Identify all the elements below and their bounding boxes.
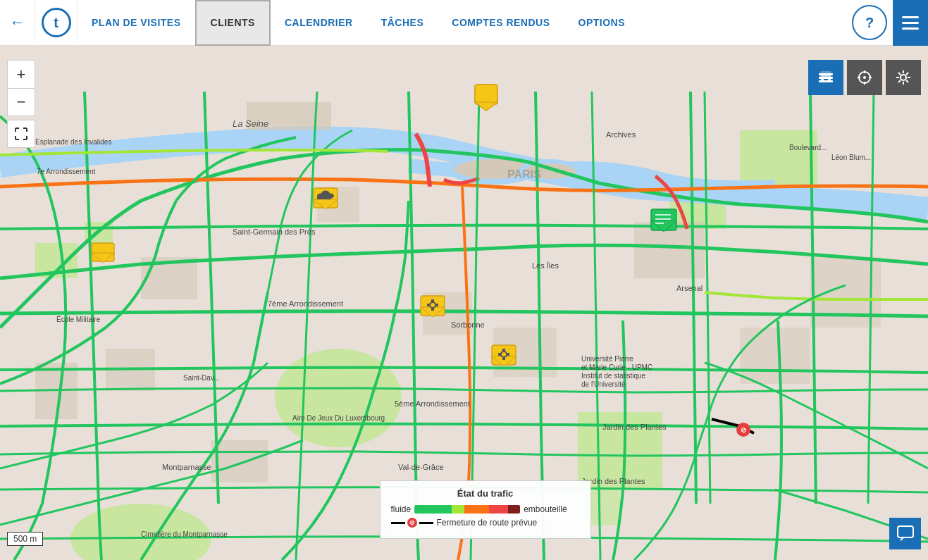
- hamburger-line-1: [902, 16, 919, 18]
- road-closure-indicator: ⊘: [391, 518, 433, 528]
- embouteille-label: embouteillé: [524, 504, 567, 514]
- svg-text:⊘: ⊘: [741, 426, 746, 434]
- svg-rect-83: [819, 80, 833, 82]
- dash-after: [419, 522, 433, 524]
- svg-text:Université Pierre: Université Pierre: [581, 355, 633, 363]
- nav-item-calendrier[interactable]: CALENDRIER: [271, 0, 367, 46]
- svg-text:Montparnasse: Montparnasse: [162, 463, 211, 471]
- traffic-legend: État du trafic fluide embouteillé ⊘ Ferm…: [380, 480, 591, 539]
- svg-point-93: [901, 75, 906, 80]
- help-button[interactable]: ?: [852, 5, 887, 40]
- hamburger-line-2: [902, 22, 919, 24]
- svg-rect-39: [431, 308, 434, 311]
- logo: t: [35, 0, 78, 46]
- svg-rect-16: [740, 328, 810, 384]
- header: ← t PLAN DE VISITES CLIENTS CALENDRIER T…: [0, 0, 928, 46]
- svg-text:Institut de statistique: Institut de statistique: [581, 372, 646, 380]
- bar-yellow-green: [452, 505, 464, 514]
- svg-point-45: [502, 352, 506, 356]
- legend-title: État du trafic: [391, 488, 580, 499]
- fermeture-label: Fermeture de route prévue: [437, 518, 538, 528]
- svg-text:de l'Université: de l'Université: [581, 380, 626, 388]
- scale-label: 500 m: [13, 534, 37, 544]
- bar-dark-red: [508, 505, 521, 514]
- expand-icon: [14, 127, 28, 141]
- svg-text:Arsenal: Arsenal: [676, 284, 703, 292]
- stop-icon: ⊘: [407, 518, 417, 528]
- svg-text:Cimetière du Montparnasse: Cimetière du Montparnasse: [141, 530, 228, 538]
- svg-text:7ème Arrondissement: 7ème Arrondissement: [268, 299, 343, 308]
- svg-text:Les Îles: Les Îles: [532, 261, 559, 270]
- back-icon: ←: [10, 13, 25, 32]
- svg-text:Saint-Dav...: Saint-Dav...: [183, 374, 220, 382]
- svg-text:Aire De Jeux Du Luxembourg: Aire De Jeux Du Luxembourg: [292, 414, 385, 422]
- expand-button[interactable]: [7, 120, 35, 148]
- svg-text:Jardin des Plantes: Jardin des Plantes: [602, 423, 667, 431]
- svg-rect-38: [431, 299, 434, 302]
- svg-rect-41: [435, 304, 438, 306]
- svg-text:Jardin des Plantes: Jardin des Plantes: [581, 477, 645, 485]
- location-button[interactable]: [847, 60, 882, 95]
- bar-green: [414, 505, 452, 514]
- svg-rect-24: [475, 85, 497, 104]
- svg-text:7e Arrondissement: 7e Arrondissement: [37, 168, 96, 175]
- traffic-bar: [414, 505, 520, 514]
- zoom-in-button[interactable]: +: [7, 60, 35, 88]
- svg-point-86: [828, 78, 831, 81]
- svg-text:PARIS: PARIS: [507, 168, 541, 180]
- svg-text:École Militaire: École Militaire: [56, 315, 101, 323]
- svg-text:5ème Arrondissement: 5ème Arrondissement: [395, 399, 470, 408]
- svg-text:Boulevard...: Boulevard...: [789, 144, 827, 151]
- svg-rect-49: [507, 353, 509, 356]
- logo-letter: t: [54, 15, 58, 31]
- svg-rect-46: [502, 349, 505, 351]
- svg-rect-33: [317, 196, 331, 199]
- back-button[interactable]: ←: [0, 0, 35, 46]
- bar-red: [489, 505, 507, 514]
- svg-rect-48: [498, 353, 501, 356]
- dash-before: [391, 522, 405, 524]
- svg-rect-14: [211, 440, 268, 483]
- svg-text:La Seine: La Seine: [233, 118, 268, 129]
- svg-rect-47: [502, 357, 505, 360]
- nav-item-taches[interactable]: TÂCHES: [367, 0, 438, 46]
- menu-button[interactable]: [893, 0, 928, 46]
- nav-item-comptes-rendus[interactable]: COMPTES RENDUS: [438, 0, 564, 46]
- svg-point-85: [821, 78, 824, 81]
- svg-rect-5: [740, 130, 817, 187]
- svg-text:Léon Blum...: Léon Blum...: [831, 154, 871, 161]
- svg-text:Sorbonne: Sorbonne: [451, 321, 485, 329]
- settings-button[interactable]: [886, 60, 921, 95]
- logo-circle: t: [42, 8, 71, 37]
- fluide-label: fluide: [391, 504, 412, 514]
- gear-icon: [893, 68, 913, 87]
- legend-traffic-row: fluide embouteillé: [391, 504, 580, 514]
- top-right-controls: [808, 60, 921, 95]
- svg-text:Val-de-Grâce: Val-de-Grâce: [398, 463, 444, 471]
- map-container[interactable]: ⊘: [0, 46, 928, 560]
- bar-orange: [464, 505, 489, 514]
- svg-rect-94: [898, 526, 913, 537]
- zoom-out-button[interactable]: −: [7, 88, 35, 116]
- layers-icon: [816, 68, 836, 87]
- legend-closure-row: ⊘ Fermeture de route prévue: [391, 518, 580, 528]
- svg-point-88: [863, 76, 866, 79]
- svg-text:et Marie Curie - UPMC: et Marie Curie - UPMC: [581, 363, 652, 371]
- chat-button[interactable]: [889, 518, 921, 549]
- chat-icon: [896, 525, 915, 543]
- layers-button[interactable]: [808, 60, 843, 95]
- svg-point-37: [431, 303, 435, 307]
- svg-text:Saint-Germain des Prés: Saint-Germain des Prés: [233, 228, 316, 236]
- location-icon: [855, 68, 874, 87]
- nav-item-options[interactable]: OPTIONS: [564, 0, 640, 46]
- nav-item-plan-de-visites[interactable]: PLAN DE VISITES: [78, 0, 195, 46]
- zoom-controls: + −: [7, 60, 35, 148]
- hamburger-line-3: [902, 27, 919, 30]
- svg-text:Esplanade des Invalides: Esplanade des Invalides: [35, 138, 111, 146]
- svg-rect-40: [427, 304, 430, 306]
- nav-item-clients[interactable]: CLIENTS: [195, 0, 271, 46]
- svg-text:Archives: Archives: [606, 130, 636, 139]
- scale-bar: 500 m: [7, 532, 43, 546]
